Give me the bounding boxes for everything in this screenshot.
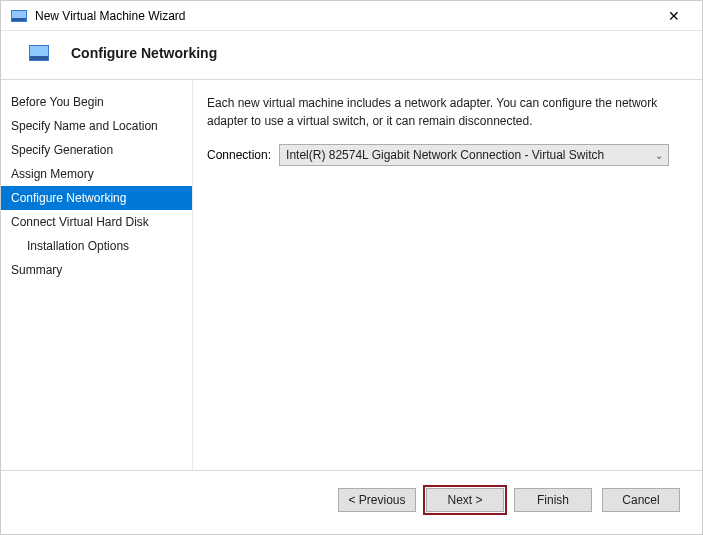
svg-rect-1 — [12, 11, 26, 18]
sidebar-item-label: Installation Options — [27, 239, 129, 253]
connection-row: Connection: Intel(R) 82574L Gigabit Netw… — [207, 144, 688, 166]
sidebar-item-specify-generation[interactable]: Specify Generation — [1, 138, 192, 162]
titlebar: New Virtual Machine Wizard ✕ — [1, 1, 702, 31]
sidebar-item-installation-options[interactable]: Installation Options — [1, 234, 192, 258]
next-button[interactable]: Next > — [426, 488, 504, 512]
sidebar-item-configure-networking[interactable]: Configure Networking — [1, 186, 192, 210]
wizard-icon — [29, 45, 49, 61]
sidebar-item-connect-vhd[interactable]: Connect Virtual Hard Disk — [1, 210, 192, 234]
cancel-button[interactable]: Cancel — [602, 488, 680, 512]
page-title: Configure Networking — [71, 45, 217, 61]
content-area: Before You Begin Specify Name and Locati… — [1, 80, 702, 470]
wizard-steps-sidebar: Before You Begin Specify Name and Locati… — [1, 80, 193, 470]
close-icon: ✕ — [668, 9, 680, 23]
sidebar-item-label: Specify Generation — [11, 143, 113, 157]
sidebar-item-label: Specify Name and Location — [11, 119, 158, 133]
sidebar-item-label: Connect Virtual Hard Disk — [11, 215, 149, 229]
sidebar-item-before-you-begin[interactable]: Before You Begin — [1, 90, 192, 114]
window-title: New Virtual Machine Wizard — [35, 9, 186, 23]
connection-select[interactable]: Intel(R) 82574L Gigabit Network Connecti… — [279, 144, 669, 166]
main-panel: Each new virtual machine includes a netw… — [193, 80, 702, 470]
sidebar-item-summary[interactable]: Summary — [1, 258, 192, 282]
sidebar-item-label: Assign Memory — [11, 167, 94, 181]
svg-rect-4 — [30, 46, 48, 56]
sidebar-item-specify-name[interactable]: Specify Name and Location — [1, 114, 192, 138]
previous-button[interactable]: < Previous — [338, 488, 416, 512]
close-button[interactable]: ✕ — [654, 1, 694, 31]
finish-button[interactable]: Finish — [514, 488, 592, 512]
button-row: < Previous Next > Finish Cancel — [1, 470, 702, 528]
svg-rect-5 — [30, 56, 48, 60]
connection-select-value: Intel(R) 82574L Gigabit Network Connecti… — [279, 144, 669, 166]
app-icon — [11, 10, 27, 22]
connection-label: Connection: — [207, 148, 271, 162]
sidebar-item-label: Summary — [11, 263, 62, 277]
description-text: Each new virtual machine includes a netw… — [207, 94, 688, 130]
sidebar-item-label: Configure Networking — [11, 191, 126, 205]
sidebar-item-label: Before You Begin — [11, 95, 104, 109]
wizard-header: Configure Networking — [1, 31, 702, 80]
svg-rect-2 — [12, 18, 26, 21]
sidebar-item-assign-memory[interactable]: Assign Memory — [1, 162, 192, 186]
